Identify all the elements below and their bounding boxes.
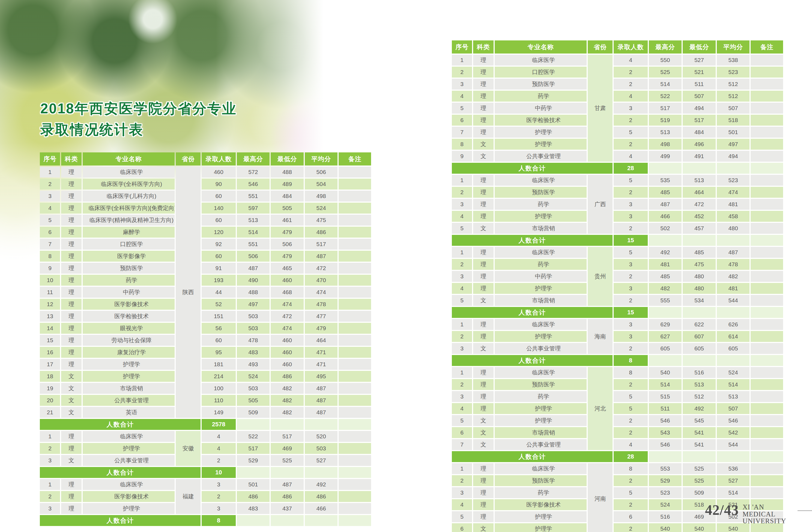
cell-min-score: 505	[271, 202, 304, 213]
cell-avg-score: 498	[305, 191, 338, 201]
cell-count: 3	[614, 259, 648, 270]
cell-remark	[338, 503, 371, 514]
cell-seq: 5	[452, 295, 472, 306]
column-header: 专业名称	[495, 40, 587, 54]
cell-remark	[751, 439, 783, 450]
column-header: 备注	[338, 152, 371, 166]
cell-max-score: 503	[237, 323, 270, 334]
cell-max-score: 503	[237, 383, 270, 394]
cell-max-score: 497	[237, 299, 270, 310]
cell-count: 193	[202, 275, 236, 286]
cell-count: 120	[202, 227, 236, 238]
cell-avg-score: 482	[717, 271, 750, 282]
cell-seq: 1	[40, 167, 60, 178]
cell-avg-score: 605	[717, 343, 750, 354]
column-header: 最低分	[271, 152, 304, 166]
university-name: XI 'AN MEDICAL UNIVERSITY	[742, 504, 812, 524]
cell-max-score: 540	[649, 367, 682, 378]
cell-count: 2	[614, 79, 648, 89]
cell-major: 临床医学	[495, 175, 587, 186]
table-row: 7理护理学5513484501	[452, 127, 783, 138]
cell-max-score: 478	[237, 335, 270, 346]
cell-min-score: 464	[683, 187, 716, 198]
cell-count: 52	[202, 299, 236, 310]
cell-major: 临床医学	[495, 247, 587, 258]
cell-avg-score: 544	[717, 295, 750, 306]
total-empty-cell	[717, 355, 750, 366]
cell-major: 药学	[83, 275, 175, 286]
cell-seq: 3	[452, 343, 472, 354]
total-empty-cell	[305, 419, 338, 430]
cell-min-score: 480	[683, 283, 716, 294]
cell-count: 8	[614, 463, 648, 474]
cell-major: 护理学	[495, 511, 587, 522]
cell-avg-score: 518	[717, 115, 750, 126]
page-footer: 42/43 XI 'AN MEDICAL UNIVERSITY	[705, 503, 812, 524]
cell-major: 麻醉学	[83, 227, 175, 238]
cell-min-score: 517	[271, 431, 304, 442]
cell-min-score: 540	[683, 523, 716, 532]
cell-count: 90	[202, 179, 236, 190]
cell-major: 公共事业管理	[83, 455, 175, 466]
cell-max-score: 466	[649, 211, 682, 222]
cell-seq: 4	[452, 499, 472, 510]
cell-avg-score: 546	[717, 415, 750, 426]
cell-major: 临床医学	[495, 55, 587, 66]
cell-count: 5	[614, 487, 648, 498]
cell-remark	[751, 247, 783, 258]
table-row: 3理中药学2485480482	[452, 271, 783, 282]
table-row: 2理医学影像技术2486486486	[40, 491, 371, 502]
cell-major: 康复治疗学	[83, 347, 175, 358]
cell-count: 60	[202, 335, 236, 346]
cell-seq: 2	[40, 491, 60, 502]
cell-category: 理	[61, 227, 81, 238]
cell-remark	[338, 215, 371, 226]
cell-remark	[338, 371, 371, 382]
cell-remark	[751, 259, 783, 270]
cell-avg-score: 544	[717, 439, 750, 450]
cell-category: 理	[473, 463, 493, 474]
cell-major: 医学检验技术	[495, 115, 587, 126]
cell-min-score: 437	[271, 503, 304, 514]
cell-avg-score: 487	[305, 251, 338, 262]
table-row: 6文护理学2540540540	[452, 523, 783, 532]
cell-category: 理	[473, 79, 493, 89]
total-count: 2578	[202, 419, 236, 430]
admission-table-right: 序号科类专业名称省份录取人数最高分最低分平均分备注1理临床医学甘肃4550527…	[451, 39, 784, 532]
cell-category: 理	[61, 251, 81, 262]
cell-category: 理	[473, 271, 493, 282]
cell-category: 理	[473, 127, 493, 138]
cell-count: 2	[202, 491, 236, 502]
cell-category: 文	[473, 415, 493, 426]
cell-count: 56	[202, 323, 236, 334]
cell-remark	[338, 251, 371, 262]
table-row: 8文护理学2498496497	[452, 139, 783, 150]
cell-category: 理	[473, 391, 493, 402]
cell-remark	[338, 347, 371, 358]
cell-max-score: 543	[649, 427, 682, 438]
footer-rule	[798, 510, 812, 511]
cell-category: 文	[61, 383, 81, 394]
cell-category: 理	[61, 359, 81, 370]
cell-max-score: 553	[649, 463, 682, 474]
table-row: 8理医学影像学60506479487	[40, 251, 371, 262]
cell-remark	[338, 227, 371, 238]
cell-min-score: 482	[271, 407, 304, 418]
cell-seq: 2	[40, 179, 60, 190]
cell-avg-score: 527	[305, 455, 338, 466]
cell-seq: 6	[452, 523, 472, 532]
table-row: 2理预防医学2485464474	[452, 187, 783, 198]
total-row: 人数合计15	[452, 235, 783, 246]
column-header: 备注	[751, 40, 783, 54]
cell-avg-score: 501	[717, 127, 750, 138]
table-row: 3文公共事业管理2529525527	[40, 455, 371, 466]
cell-remark	[751, 367, 783, 378]
table-row: 16理康复治疗学95483460471	[40, 347, 371, 358]
cell-major: 药学	[495, 487, 587, 498]
cell-seq: 19	[40, 383, 60, 394]
column-header: 科类	[473, 40, 493, 54]
cell-avg-score: 520	[305, 431, 338, 442]
cell-major: 预防医学	[83, 263, 175, 274]
cell-max-score: 499	[649, 151, 682, 162]
cell-seq: 7	[40, 239, 60, 250]
